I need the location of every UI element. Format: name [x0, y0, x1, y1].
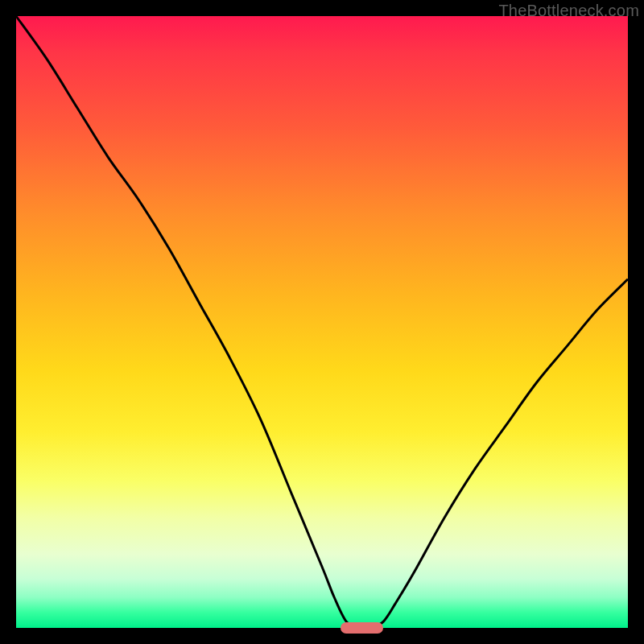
curve-path	[16, 16, 628, 629]
optimum-marker	[341, 622, 383, 634]
plot-area	[16, 16, 628, 628]
chart-frame: TheBottleneck.com	[0, 0, 644, 644]
watermark-text: TheBottleneck.com	[498, 2, 639, 20]
bottleneck-curve	[16, 16, 628, 628]
